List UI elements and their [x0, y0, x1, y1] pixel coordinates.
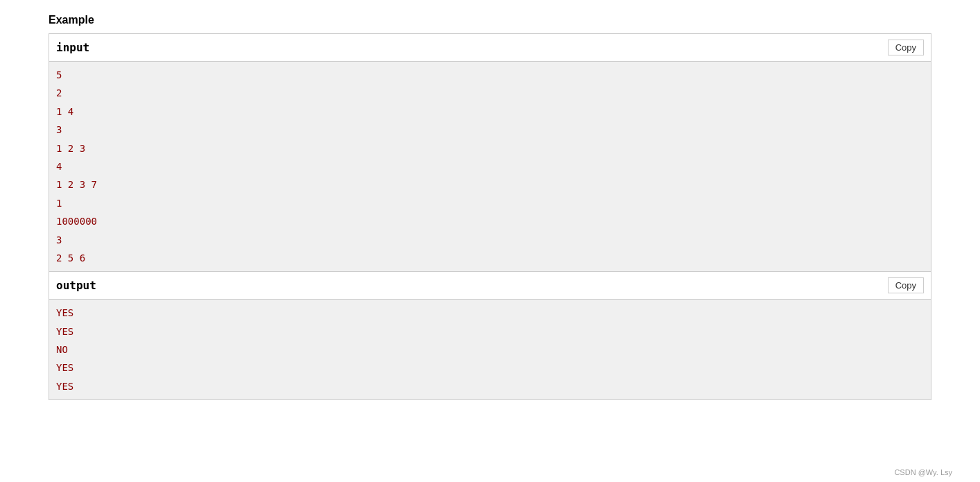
input-line: 2 5 6 [56, 249, 924, 267]
page-wrapper: Example input Copy 521 431 2 341 2 3 711… [0, 0, 980, 482]
input-line: 1000000 [56, 212, 924, 230]
output-line: YES [56, 304, 924, 322]
output-header: output Copy [49, 272, 931, 300]
input-header: input Copy [49, 34, 931, 62]
output-copy-button[interactable]: Copy [888, 277, 924, 293]
output-content: YESYESNOYESYES [49, 300, 931, 399]
output-line: NO [56, 341, 924, 359]
input-line: 4 [56, 157, 924, 175]
example-title: Example [49, 14, 931, 26]
input-section: input Copy 521 431 2 341 2 3 71100000032… [49, 33, 931, 272]
input-line: 3 [56, 121, 924, 139]
input-line: 3 [56, 231, 924, 249]
output-label: output [56, 279, 96, 292]
output-line: YES [56, 322, 924, 341]
output-line: YES [56, 359, 924, 377]
output-line: YES [56, 377, 924, 395]
input-content: 521 431 2 341 2 3 71100000032 5 6 [49, 62, 931, 271]
input-copy-button[interactable]: Copy [888, 40, 924, 55]
input-line: 1 4 [56, 103, 924, 121]
output-section: output Copy YESYESNOYESYES [49, 272, 931, 400]
input-line: 1 [56, 194, 924, 212]
input-line: 5 [56, 66, 924, 84]
input-line: 1 2 3 [56, 139, 924, 157]
watermark: CSDN @Wy. Lsy [894, 468, 952, 476]
input-line: 1 2 3 7 [56, 175, 924, 193]
input-label: input [56, 41, 89, 54]
input-line: 2 [56, 84, 924, 102]
